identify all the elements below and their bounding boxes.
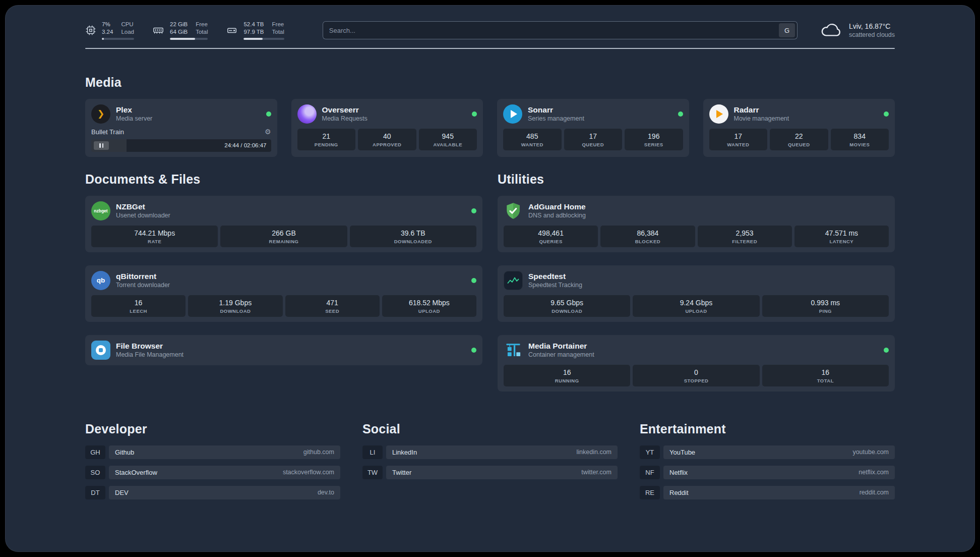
stat-value: 86,384 — [602, 229, 693, 237]
bookmark-linkedin[interactable]: LI LinkedIn linkedin.com — [362, 445, 618, 459]
stat-value: 266 GB — [222, 229, 345, 237]
search-bar[interactable]: G — [323, 21, 798, 39]
disk-total-label: Total — [272, 28, 284, 35]
playback-progress-bar[interactable]: 24:44 / 02:06:47 — [91, 139, 271, 152]
service-name: Radarr — [734, 105, 789, 115]
gear-icon[interactable]: ⚙ — [265, 128, 271, 135]
documents-section: Documents & Files nzbget NZBGet Usenet d… — [85, 172, 482, 392]
stat-value: 9.65 Gbps — [506, 299, 628, 307]
cpu-usage-label: CPU — [121, 21, 134, 28]
bookmark-name: Github — [115, 449, 134, 456]
utilities-section: Utilities AdGuard Home — [498, 172, 895, 392]
bookmark-github[interactable]: GH Github github.com — [85, 445, 340, 459]
service-card-overseerr[interactable]: Overseerr Media Requests 21 PENDING 40 A… — [291, 99, 483, 157]
nzbget-icon: nzbget — [91, 201, 110, 220]
adguard-icon — [504, 201, 523, 220]
weather-widget: Lviv, 16.87°C scattered clouds — [820, 22, 895, 38]
status-dot — [678, 112, 683, 117]
weather-location: Lviv, 16.87°C — [849, 22, 895, 30]
bookmark-twitter[interactable]: TW Twitter twitter.com — [362, 466, 618, 479]
service-description: Media server — [116, 115, 152, 123]
stat-box: 498,461 QUERIES — [504, 226, 598, 247]
stat-label: UPLOAD — [635, 308, 757, 314]
stat-value: 485 — [505, 132, 560, 140]
status-dot — [884, 112, 889, 117]
service-card-portainer[interactable]: Media Portainer Container management 16 … — [498, 335, 895, 392]
stat-value: 47.571 ms — [797, 229, 887, 237]
stat-box: 9.65 Gbps DOWNLOAD — [504, 295, 630, 317]
stat-value: 471 — [287, 299, 378, 307]
service-card-qbittorrent[interactable]: qb qBittorrent Torrent downloader 16 LEE… — [85, 265, 482, 322]
memory-total-value: 64 GiB — [170, 28, 188, 35]
service-description: Container management — [528, 351, 594, 359]
stat-value: 40 — [360, 132, 414, 140]
service-name: Media Portainer — [528, 341, 594, 351]
service-name: Sonarr — [528, 105, 584, 115]
bookmark-stackoverflow[interactable]: SO StackOverflow stackoverflow.com — [85, 466, 340, 479]
stat-box: 17 QUEUED — [564, 129, 623, 150]
memory-widget: 22 GiB Free 64 GiB Total — [152, 21, 208, 40]
bookmark-group-entertainment: Entertainment YT YouTube youtube.com NF … — [640, 422, 895, 499]
service-name: AdGuard Home — [528, 202, 586, 211]
service-card-radarr[interactable]: Radarr Movie management 17 WANTED 22 QUE… — [703, 99, 895, 157]
bookmark-abbr: RE — [640, 486, 660, 499]
search-provider-button[interactable]: G — [779, 23, 795, 37]
search-input[interactable] — [329, 27, 779, 34]
radarr-icon — [709, 104, 728, 124]
stat-box: 471 SEED — [285, 295, 380, 317]
stat-value: 0 — [635, 368, 757, 376]
service-card-filebrowser[interactable]: File Browser Media File Management — [85, 335, 482, 365]
bookmark-dev[interactable]: DT DEV dev.to — [85, 486, 340, 499]
service-name: NZBGet — [116, 202, 170, 211]
cpu-load-value: 3.24 — [102, 28, 113, 35]
pause-button[interactable] — [94, 141, 109, 150]
memory-progress-bar — [170, 38, 208, 40]
service-description: Speedtest Tracking — [528, 282, 582, 290]
service-name: qBittorrent — [116, 271, 170, 281]
section-title-utilities: Utilities — [498, 172, 895, 187]
stat-box: 834 MOVIES — [831, 129, 889, 150]
stat-label: UPLOAD — [384, 308, 474, 314]
stat-value: 9.24 Gbps — [635, 299, 757, 307]
stat-value: 1.19 Gbps — [190, 299, 280, 307]
stat-value: 498,461 — [506, 229, 596, 237]
stat-value: 39.6 TB — [352, 229, 474, 237]
bookmark-abbr: GH — [85, 445, 105, 459]
bookmark-reddit[interactable]: RE Reddit reddit.com — [640, 486, 895, 499]
stat-box: 1.19 Gbps DOWNLOAD — [188, 295, 282, 317]
bookmark-name: Twitter — [392, 469, 411, 476]
bookmark-netflix[interactable]: NF Netflix netflix.com — [640, 466, 895, 479]
service-card-nzbget[interactable]: nzbget NZBGet Usenet downloader 744.21 M… — [85, 196, 482, 252]
bookmark-name: DEV — [115, 489, 129, 496]
media-section: ❯ Plex Media server Bullet Train ⚙ 24:44… — [85, 99, 895, 157]
bookmark-name: Netflix — [669, 469, 688, 476]
weather-condition: scattered clouds — [849, 31, 895, 38]
section-title-media: Media — [85, 75, 895, 90]
disk-widget: 52.4 TB Free 97.9 TB Total — [226, 21, 284, 40]
bookmark-youtube[interactable]: YT YouTube youtube.com — [640, 445, 895, 459]
service-card-plex[interactable]: ❯ Plex Media server Bullet Train ⚙ 24:44… — [85, 99, 277, 157]
stat-box: 2,953 FILTERED — [698, 226, 792, 247]
disk-progress-bar — [243, 38, 284, 40]
section-title-documents: Documents & Files — [85, 172, 482, 187]
bookmark-url: twitter.com — [581, 469, 611, 476]
overseerr-icon — [297, 104, 317, 124]
stat-label: TOTAL — [764, 378, 887, 383]
stat-label: DOWNLOAD — [506, 308, 628, 314]
stat-box: 266 GB REMAINING — [220, 226, 347, 247]
service-card-sonarr[interactable]: Sonarr Series management 485 WANTED 17 Q… — [497, 99, 689, 157]
bookmark-url: reddit.com — [860, 489, 889, 496]
stat-box: 485 WANTED — [503, 129, 562, 150]
stat-box: 39.6 TB DOWNLOADED — [350, 226, 476, 247]
bookmark-abbr: SO — [85, 466, 105, 479]
service-card-adguard[interactable]: AdGuard Home DNS and adblocking 498,461 … — [498, 196, 895, 252]
disk-free-value: 52.4 TB — [243, 21, 264, 28]
cpu-progress-bar — [102, 38, 134, 40]
bookmark-name: Reddit — [669, 489, 689, 496]
stat-box: 21 PENDING — [297, 129, 356, 150]
section-title-entertainment: Entertainment — [640, 422, 895, 436]
bookmark-name: YouTube — [669, 449, 695, 456]
service-card-speedtest[interactable]: Speedtest Speedtest Tracking 9.65 Gbps D… — [498, 265, 895, 322]
stat-label: STOPPED — [635, 378, 757, 383]
stat-label: LATENCY — [797, 239, 887, 244]
